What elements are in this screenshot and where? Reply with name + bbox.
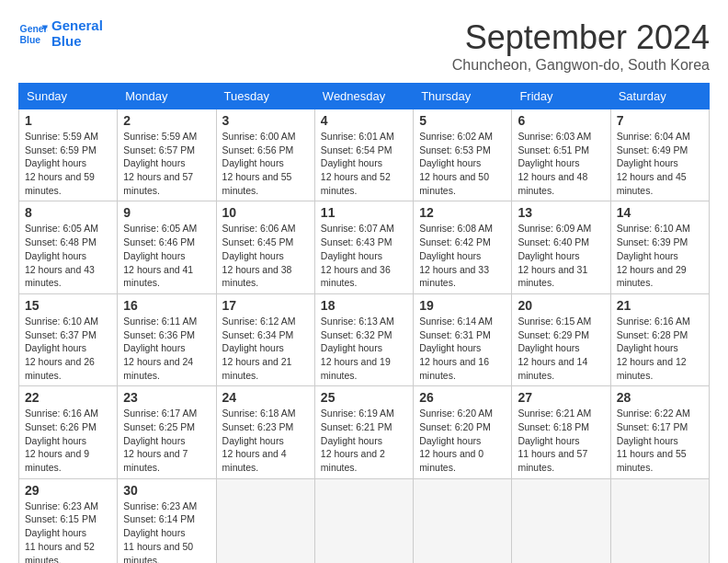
weekday-header-tuesday: Tuesday	[216, 84, 314, 109]
day-cell: 25 Sunrise: 6:19 AM Sunset: 6:21 PM Dayl…	[314, 386, 413, 478]
month-title: September 2024	[452, 18, 710, 57]
day-cell: 21 Sunrise: 6:16 AM Sunset: 6:28 PM Dayl…	[610, 293, 709, 385]
day-info: Sunrise: 6:03 AM Sunset: 6:51 PM Dayligh…	[518, 130, 604, 197]
logo-icon: General Blue	[18, 19, 48, 49]
day-info: Sunrise: 6:10 AM Sunset: 6:37 PM Dayligh…	[25, 315, 111, 382]
logo: General Blue General Blue	[18, 18, 103, 49]
day-info: Sunrise: 6:01 AM Sunset: 6:54 PM Dayligh…	[321, 130, 407, 197]
day-cell: 7 Sunrise: 6:04 AM Sunset: 6:49 PM Dayli…	[610, 109, 709, 201]
weekday-header-friday: Friday	[512, 84, 610, 109]
day-cell: 1 Sunrise: 5:59 AM Sunset: 6:59 PM Dayli…	[19, 109, 118, 201]
day-number: 20	[518, 298, 604, 313]
day-cell: 17 Sunrise: 6:12 AM Sunset: 6:34 PM Dayl…	[216, 293, 314, 385]
day-info: Sunrise: 6:15 AM Sunset: 6:29 PM Dayligh…	[518, 315, 604, 382]
subtitle: Chuncheon, Gangwon-do, South Korea	[452, 57, 710, 74]
svg-text:Blue: Blue	[20, 34, 41, 44]
day-cell: 8 Sunrise: 6:05 AM Sunset: 6:48 PM Dayli…	[19, 201, 118, 293]
day-number: 27	[518, 390, 604, 405]
title-section: September 2024 Chuncheon, Gangwon-do, So…	[452, 18, 710, 74]
day-number: 10	[222, 205, 309, 220]
day-info: Sunrise: 6:22 AM Sunset: 6:17 PM Dayligh…	[617, 407, 703, 474]
day-cell: 18 Sunrise: 6:13 AM Sunset: 6:32 PM Dayl…	[314, 293, 413, 385]
day-number: 12	[419, 205, 506, 220]
day-number: 9	[123, 205, 210, 220]
logo-line2: Blue	[51, 34, 103, 50]
day-cell: 6 Sunrise: 6:03 AM Sunset: 6:51 PM Dayli…	[512, 109, 610, 201]
day-number: 19	[419, 298, 506, 313]
day-cell: 23 Sunrise: 6:17 AM Sunset: 6:25 PM Dayl…	[118, 386, 216, 478]
day-info: Sunrise: 6:08 AM Sunset: 6:42 PM Dayligh…	[419, 222, 506, 289]
logo-line1: General	[51, 18, 103, 34]
day-cell: 3 Sunrise: 6:00 AM Sunset: 6:56 PM Dayli…	[216, 109, 314, 201]
day-number: 21	[617, 298, 703, 313]
day-number: 1	[25, 113, 111, 128]
day-number: 13	[518, 205, 604, 220]
day-number: 26	[419, 390, 506, 405]
day-info: Sunrise: 6:16 AM Sunset: 6:26 PM Dayligh…	[25, 407, 111, 474]
day-cell: 11 Sunrise: 6:07 AM Sunset: 6:43 PM Dayl…	[314, 201, 413, 293]
day-cell: 24 Sunrise: 6:18 AM Sunset: 6:23 PM Dayl…	[216, 386, 314, 478]
day-info: Sunrise: 6:00 AM Sunset: 6:56 PM Dayligh…	[222, 130, 309, 197]
calendar-table: SundayMondayTuesdayWednesdayThursdayFrid…	[18, 83, 710, 563]
day-cell: 20 Sunrise: 6:15 AM Sunset: 6:29 PM Dayl…	[512, 293, 610, 385]
day-number: 17	[222, 298, 309, 313]
day-info: Sunrise: 6:09 AM Sunset: 6:40 PM Dayligh…	[518, 222, 604, 289]
weekday-header-thursday: Thursday	[414, 84, 512, 109]
day-info: Sunrise: 6:21 AM Sunset: 6:18 PM Dayligh…	[518, 407, 604, 474]
day-cell: 28 Sunrise: 6:22 AM Sunset: 6:17 PM Dayl…	[610, 386, 709, 478]
day-number: 30	[123, 483, 210, 498]
day-cell	[610, 478, 709, 563]
day-number: 24	[222, 390, 309, 405]
day-info: Sunrise: 6:04 AM Sunset: 6:49 PM Dayligh…	[617, 130, 703, 197]
day-number: 11	[321, 205, 407, 220]
day-number: 6	[518, 113, 604, 128]
day-cell: 14 Sunrise: 6:10 AM Sunset: 6:39 PM Dayl…	[610, 201, 709, 293]
weekday-header-saturday: Saturday	[610, 84, 709, 109]
day-number: 14	[617, 205, 703, 220]
day-cell	[314, 478, 413, 563]
day-info: Sunrise: 6:07 AM Sunset: 6:43 PM Dayligh…	[321, 222, 407, 289]
day-number: 18	[321, 298, 407, 313]
day-cell	[414, 478, 512, 563]
day-number: 7	[617, 113, 703, 128]
day-info: Sunrise: 6:02 AM Sunset: 6:53 PM Dayligh…	[419, 130, 506, 197]
day-cell: 5 Sunrise: 6:02 AM Sunset: 6:53 PM Dayli…	[414, 109, 512, 201]
page-header: General Blue General Blue September 2024…	[18, 18, 710, 74]
day-number: 2	[123, 113, 210, 128]
day-info: Sunrise: 5:59 AM Sunset: 6:57 PM Dayligh…	[123, 130, 210, 197]
day-info: Sunrise: 6:19 AM Sunset: 6:21 PM Dayligh…	[321, 407, 407, 474]
day-cell: 19 Sunrise: 6:14 AM Sunset: 6:31 PM Dayl…	[414, 293, 512, 385]
day-number: 29	[25, 483, 111, 498]
day-info: Sunrise: 6:23 AM Sunset: 6:14 PM Dayligh…	[123, 500, 210, 563]
day-number: 15	[25, 298, 111, 313]
week-row-4: 22 Sunrise: 6:16 AM Sunset: 6:26 PM Dayl…	[19, 386, 710, 478]
day-info: Sunrise: 6:12 AM Sunset: 6:34 PM Dayligh…	[222, 315, 309, 382]
day-cell	[216, 478, 314, 563]
day-cell: 2 Sunrise: 5:59 AM Sunset: 6:57 PM Dayli…	[118, 109, 216, 201]
week-row-1: 1 Sunrise: 5:59 AM Sunset: 6:59 PM Dayli…	[19, 109, 710, 201]
day-cell	[512, 478, 610, 563]
day-number: 25	[321, 390, 407, 405]
day-info: Sunrise: 5:59 AM Sunset: 6:59 PM Dayligh…	[25, 130, 111, 197]
calendar-body: 1 Sunrise: 5:59 AM Sunset: 6:59 PM Dayli…	[19, 109, 710, 564]
day-cell: 16 Sunrise: 6:11 AM Sunset: 6:36 PM Dayl…	[118, 293, 216, 385]
day-number: 23	[123, 390, 210, 405]
day-cell: 22 Sunrise: 6:16 AM Sunset: 6:26 PM Dayl…	[19, 386, 118, 478]
weekday-header-row: SundayMondayTuesdayWednesdayThursdayFrid…	[19, 84, 710, 109]
day-info: Sunrise: 6:14 AM Sunset: 6:31 PM Dayligh…	[419, 315, 506, 382]
day-info: Sunrise: 6:06 AM Sunset: 6:45 PM Dayligh…	[222, 222, 309, 289]
day-cell: 15 Sunrise: 6:10 AM Sunset: 6:37 PM Dayl…	[19, 293, 118, 385]
weekday-header-monday: Monday	[118, 84, 216, 109]
day-number: 22	[25, 390, 111, 405]
day-info: Sunrise: 6:20 AM Sunset: 6:20 PM Dayligh…	[419, 407, 506, 474]
day-cell: 9 Sunrise: 6:05 AM Sunset: 6:46 PM Dayli…	[118, 201, 216, 293]
weekday-header-wednesday: Wednesday	[314, 84, 413, 109]
day-cell: 13 Sunrise: 6:09 AM Sunset: 6:40 PM Dayl…	[512, 201, 610, 293]
day-number: 8	[25, 205, 111, 220]
day-info: Sunrise: 6:17 AM Sunset: 6:25 PM Dayligh…	[123, 407, 210, 474]
day-info: Sunrise: 6:13 AM Sunset: 6:32 PM Dayligh…	[321, 315, 407, 382]
day-cell: 12 Sunrise: 6:08 AM Sunset: 6:42 PM Dayl…	[414, 201, 512, 293]
day-cell: 4 Sunrise: 6:01 AM Sunset: 6:54 PM Dayli…	[314, 109, 413, 201]
day-cell: 26 Sunrise: 6:20 AM Sunset: 6:20 PM Dayl…	[414, 386, 512, 478]
day-cell: 27 Sunrise: 6:21 AM Sunset: 6:18 PM Dayl…	[512, 386, 610, 478]
